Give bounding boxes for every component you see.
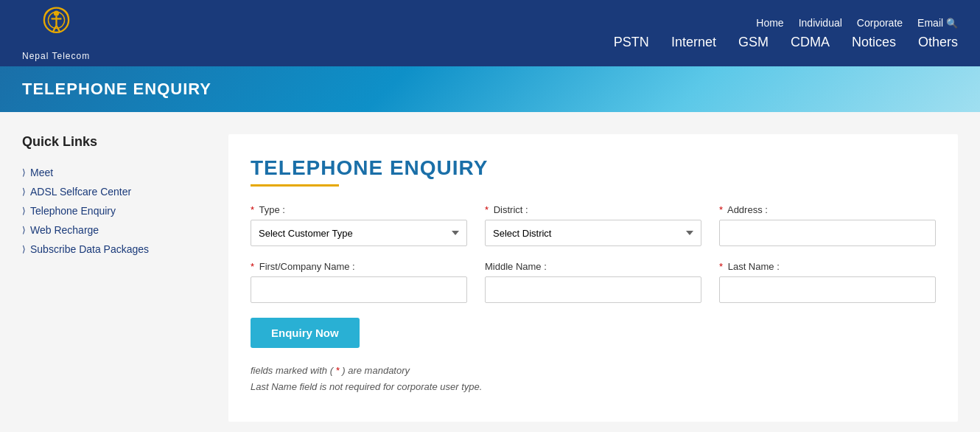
last-name-label: * Last Name : bbox=[719, 261, 936, 272]
main-content: Quick Links ⟩ Meet ⟩ ADSL Selfcare Cente… bbox=[0, 112, 980, 432]
sidebar-item-data-packages[interactable]: ⟩ Subscribe Data Packages bbox=[22, 240, 206, 259]
arrow-icon: ⟩ bbox=[22, 167, 26, 178]
arrow-icon: ⟩ bbox=[22, 225, 26, 235]
type-select[interactable]: Select Customer Type Individual Corporat… bbox=[251, 220, 467, 246]
sidebar: Quick Links ⟩ Meet ⟩ ADSL Selfcare Cente… bbox=[22, 134, 228, 422]
gsm-nav[interactable]: GSM bbox=[738, 35, 769, 50]
corporate-link[interactable]: Corporate bbox=[857, 17, 903, 29]
form-notes: fields marked with ( * ) are mandatory L… bbox=[251, 363, 936, 395]
internet-nav[interactable]: Internet bbox=[671, 35, 716, 50]
required-star: * bbox=[485, 204, 489, 215]
middle-name-input[interactable] bbox=[485, 276, 701, 303]
pstn-nav[interactable]: PSTN bbox=[614, 35, 649, 50]
form-row-1: * Type : Select Customer Type Individual… bbox=[251, 204, 936, 246]
svg-line-6 bbox=[56, 26, 60, 32]
cdma-nav[interactable]: CDMA bbox=[791, 35, 830, 50]
first-company-label: * First/Company Name : bbox=[251, 261, 467, 272]
email-link[interactable]: Email 🔍 bbox=[917, 17, 958, 29]
address-group: * Address : bbox=[719, 204, 936, 246]
svg-line-5 bbox=[52, 26, 56, 32]
search-icon: 🔍 bbox=[946, 18, 958, 29]
sidebar-item-adsl[interactable]: ⟩ ADSL Selfcare Center bbox=[22, 182, 206, 201]
header: Nepal Telecom Home Individual Corporate … bbox=[0, 0, 980, 66]
form-title: TELEPHONE ENQUIRY bbox=[251, 156, 936, 180]
form-section: TELEPHONE ENQUIRY * Type : Select Custom… bbox=[228, 134, 958, 422]
arrow-icon: ⟩ bbox=[22, 206, 26, 216]
middle-name-group: Middle Name : bbox=[485, 261, 701, 303]
district-group: * District : Select District Kathmandu L… bbox=[485, 204, 701, 246]
form-row-2: * First/Company Name : Middle Name : * L… bbox=[251, 261, 936, 303]
arrow-icon: ⟩ bbox=[22, 187, 26, 197]
note-lastname: Last Name field is not required for corp… bbox=[251, 379, 936, 395]
enquiry-now-button[interactable]: Enquiry Now bbox=[251, 318, 360, 348]
district-label: * District : bbox=[485, 204, 701, 215]
arrow-icon: ⟩ bbox=[22, 244, 26, 254]
banner-title: TELEPHONE ENQUIRY bbox=[22, 80, 211, 99]
individual-link[interactable]: Individual bbox=[799, 17, 842, 29]
svg-point-2 bbox=[53, 10, 58, 15]
required-star: * bbox=[251, 204, 254, 215]
logo-icon bbox=[34, 5, 78, 49]
form-title-underline bbox=[251, 184, 339, 187]
last-name-group: * Last Name : bbox=[719, 261, 936, 303]
mandatory-star: * bbox=[336, 365, 340, 376]
middle-name-label: Middle Name : bbox=[485, 261, 701, 272]
first-company-input[interactable] bbox=[251, 276, 467, 303]
sidebar-item-meet[interactable]: ⟩ Meet bbox=[22, 163, 206, 182]
main-nav: PSTN Internet GSM CDMA Notices Others bbox=[614, 35, 958, 50]
sidebar-title: Quick Links bbox=[22, 134, 206, 150]
required-star: * bbox=[719, 204, 723, 215]
banner: TELEPHONE ENQUIRY bbox=[0, 66, 980, 112]
others-nav[interactable]: Others bbox=[918, 35, 958, 50]
district-select[interactable]: Select District Kathmandu Lalitpur Bhakt… bbox=[485, 220, 701, 246]
address-input[interactable] bbox=[719, 220, 936, 246]
home-link[interactable]: Home bbox=[756, 17, 783, 29]
first-company-group: * First/Company Name : bbox=[251, 261, 467, 303]
address-label: * Address : bbox=[719, 204, 936, 215]
notices-nav[interactable]: Notices bbox=[852, 35, 896, 50]
type-group: * Type : Select Customer Type Individual… bbox=[251, 204, 467, 246]
type-label: * Type : bbox=[251, 204, 467, 215]
logo-name: Nepal Telecom bbox=[22, 51, 90, 61]
required-star: * bbox=[251, 261, 254, 272]
required-star: * bbox=[719, 261, 723, 272]
top-links: Home Individual Corporate Email 🔍 bbox=[756, 17, 958, 29]
sidebar-item-telephone[interactable]: ⟩ Telephone Enquiry bbox=[22, 201, 206, 220]
last-name-input[interactable] bbox=[719, 276, 936, 303]
logo-area: Nepal Telecom bbox=[22, 5, 90, 61]
top-right-nav: Home Individual Corporate Email 🔍 PSTN I… bbox=[614, 17, 958, 50]
note-mandatory: fields marked with ( * ) are mandatory bbox=[251, 363, 936, 379]
sidebar-item-recharge[interactable]: ⟩ Web Recharge bbox=[22, 220, 206, 240]
